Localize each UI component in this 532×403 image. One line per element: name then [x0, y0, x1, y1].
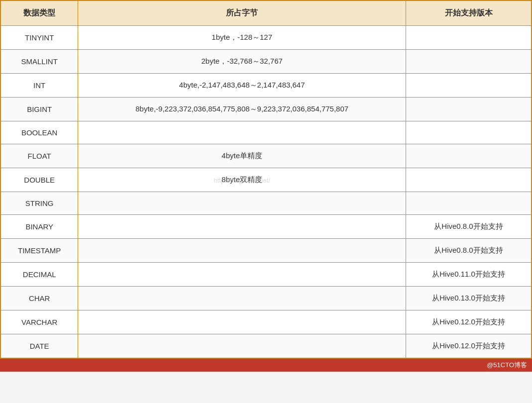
- cell-type: DOUBLE: [0, 168, 78, 192]
- table-row: CHAR从Hive0.13.0开始支持: [0, 287, 532, 310]
- cell-bytes: 4byte单精度: [78, 144, 406, 168]
- cell-bytes: 4byte,-2,147,483,648～2,147,483,647: [78, 74, 406, 98]
- cell-version: [406, 144, 532, 168]
- cell-bytes: [78, 215, 406, 239]
- footer-bar: @51CTO博客: [0, 359, 532, 372]
- cell-type: BIGINT: [0, 98, 78, 121]
- table-row: DOUBLE8byte双精度http://blog.csdn.net/: [0, 168, 532, 192]
- table-row: TINYINT1byte，-128～127: [0, 26, 532, 50]
- cell-bytes: [78, 310, 406, 334]
- cell-type: TIMESTAMP: [0, 239, 78, 263]
- cell-version: [406, 26, 532, 50]
- table-row: BIGINT8byte,-9,223,372,036,854,775,808～9…: [0, 98, 532, 121]
- cell-version: 从Hive0.8.0开始支持: [406, 239, 532, 263]
- watermark: http://blog.csdn.net/: [213, 176, 270, 184]
- cell-bytes: [78, 263, 406, 287]
- cell-type: TINYINT: [0, 26, 78, 50]
- cell-bytes: [78, 287, 406, 310]
- header-version: 开始支持版本: [406, 0, 532, 26]
- table-row: DECIMAL从Hive0.11.0开始支持: [0, 263, 532, 287]
- header-bytes: 所占字节: [78, 0, 406, 26]
- footer-text: @51CTO博客: [487, 361, 527, 369]
- header-type: 数据类型: [0, 0, 78, 26]
- cell-version: [406, 98, 532, 121]
- table-row: SMALLINT2byte，-32,768～32,767: [0, 50, 532, 74]
- cell-version: 从Hive0.8.0开始支持: [406, 215, 532, 239]
- cell-version: [406, 50, 532, 74]
- cell-bytes: 8byte双精度http://blog.csdn.net/: [78, 168, 406, 192]
- table-row: STRING: [0, 192, 532, 215]
- cell-bytes: 2byte，-32,768～32,767: [78, 50, 406, 74]
- table-row: BOOLEAN: [0, 121, 532, 144]
- cell-type: DATE: [0, 334, 78, 359]
- cell-type: BINARY: [0, 215, 78, 239]
- cell-type: INT: [0, 74, 78, 98]
- cell-bytes: [78, 334, 406, 359]
- data-type-table: 数据类型 所占字节 开始支持版本 TINYINT1byte，-128～127SM…: [0, 0, 532, 359]
- cell-bytes: 8byte,-9,223,372,036,854,775,808～9,223,3…: [78, 98, 406, 121]
- cell-bytes: [78, 121, 406, 144]
- cell-type: FLOAT: [0, 144, 78, 168]
- cell-version: 从Hive0.13.0开始支持: [406, 287, 532, 310]
- table-row: VARCHAR从Hive0.12.0开始支持: [0, 310, 532, 334]
- cell-type: SMALLINT: [0, 50, 78, 74]
- table-header-row: 数据类型 所占字节 开始支持版本: [0, 0, 532, 26]
- cell-type: DECIMAL: [0, 263, 78, 287]
- cell-version: 从Hive0.11.0开始支持: [406, 263, 532, 287]
- cell-bytes: 1byte，-128～127: [78, 26, 406, 50]
- table-row: DATE从Hive0.12.0开始支持: [0, 334, 532, 359]
- cell-version: [406, 192, 532, 215]
- cell-version: [406, 168, 532, 192]
- cell-type: VARCHAR: [0, 310, 78, 334]
- cell-version: [406, 74, 532, 98]
- cell-version: [406, 121, 532, 144]
- cell-version: 从Hive0.12.0开始支持: [406, 310, 532, 334]
- table-row: TIMESTAMP从Hive0.8.0开始支持: [0, 239, 532, 263]
- table-row: BINARY从Hive0.8.0开始支持: [0, 215, 532, 239]
- cell-type: BOOLEAN: [0, 121, 78, 144]
- cell-type: CHAR: [0, 287, 78, 310]
- table-row: INT4byte,-2,147,483,648～2,147,483,647: [0, 74, 532, 98]
- main-container: 数据类型 所占字节 开始支持版本 TINYINT1byte，-128～127SM…: [0, 0, 532, 372]
- cell-version: 从Hive0.12.0开始支持: [406, 334, 532, 359]
- cell-bytes: [78, 239, 406, 263]
- table-row: FLOAT4byte单精度: [0, 144, 532, 168]
- cell-type: STRING: [0, 192, 78, 215]
- cell-bytes: [78, 192, 406, 215]
